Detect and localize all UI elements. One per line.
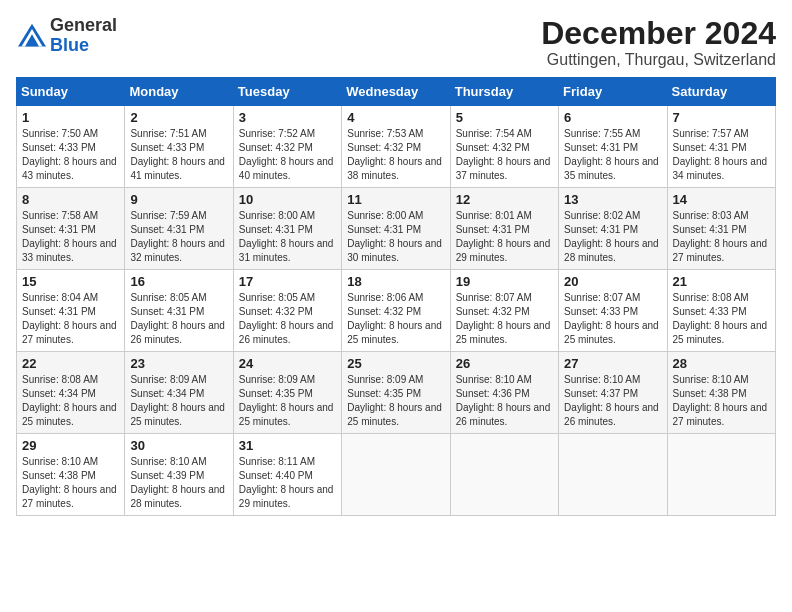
cell-info: Sunrise: 8:09 AMSunset: 4:35 PMDaylight:… <box>239 373 336 429</box>
calendar-cell: 14Sunrise: 8:03 AMSunset: 4:31 PMDayligh… <box>667 188 775 270</box>
day-number: 17 <box>239 274 336 289</box>
cell-info: Sunrise: 8:06 AMSunset: 4:32 PMDaylight:… <box>347 291 444 347</box>
calendar-cell: 7Sunrise: 7:57 AMSunset: 4:31 PMDaylight… <box>667 106 775 188</box>
cell-info: Sunrise: 8:07 AMSunset: 4:32 PMDaylight:… <box>456 291 553 347</box>
calendar-title: December 2024 <box>541 16 776 51</box>
cell-info: Sunrise: 8:09 AMSunset: 4:34 PMDaylight:… <box>130 373 227 429</box>
calendar-cell <box>342 434 450 516</box>
calendar-cell: 16Sunrise: 8:05 AMSunset: 4:31 PMDayligh… <box>125 270 233 352</box>
cell-info: Sunrise: 7:54 AMSunset: 4:32 PMDaylight:… <box>456 127 553 183</box>
calendar-cell: 30Sunrise: 8:10 AMSunset: 4:39 PMDayligh… <box>125 434 233 516</box>
calendar-cell: 1Sunrise: 7:50 AMSunset: 4:33 PMDaylight… <box>17 106 125 188</box>
calendar-cell: 29Sunrise: 8:10 AMSunset: 4:38 PMDayligh… <box>17 434 125 516</box>
calendar-cell: 5Sunrise: 7:54 AMSunset: 4:32 PMDaylight… <box>450 106 558 188</box>
day-number: 29 <box>22 438 119 453</box>
day-number: 13 <box>564 192 661 207</box>
calendar-cell: 28Sunrise: 8:10 AMSunset: 4:38 PMDayligh… <box>667 352 775 434</box>
cell-info: Sunrise: 8:02 AMSunset: 4:31 PMDaylight:… <box>564 209 661 265</box>
calendar-cell: 13Sunrise: 8:02 AMSunset: 4:31 PMDayligh… <box>559 188 667 270</box>
logo: General Blue <box>16 16 117 56</box>
cell-info: Sunrise: 8:08 AMSunset: 4:33 PMDaylight:… <box>673 291 770 347</box>
calendar-cell: 20Sunrise: 8:07 AMSunset: 4:33 PMDayligh… <box>559 270 667 352</box>
cell-info: Sunrise: 7:52 AMSunset: 4:32 PMDaylight:… <box>239 127 336 183</box>
cell-info: Sunrise: 7:57 AMSunset: 4:31 PMDaylight:… <box>673 127 770 183</box>
day-number: 30 <box>130 438 227 453</box>
cell-info: Sunrise: 7:53 AMSunset: 4:32 PMDaylight:… <box>347 127 444 183</box>
day-number: 7 <box>673 110 770 125</box>
title-block: December 2024 Guttingen, Thurgau, Switze… <box>541 16 776 69</box>
calendar-week-3: 15Sunrise: 8:04 AMSunset: 4:31 PMDayligh… <box>17 270 776 352</box>
cell-info: Sunrise: 8:05 AMSunset: 4:31 PMDaylight:… <box>130 291 227 347</box>
calendar-cell: 31Sunrise: 8:11 AMSunset: 4:40 PMDayligh… <box>233 434 341 516</box>
day-number: 26 <box>456 356 553 371</box>
calendar-cell: 27Sunrise: 8:10 AMSunset: 4:37 PMDayligh… <box>559 352 667 434</box>
day-number: 22 <box>22 356 119 371</box>
cell-info: Sunrise: 8:03 AMSunset: 4:31 PMDaylight:… <box>673 209 770 265</box>
cell-info: Sunrise: 8:11 AMSunset: 4:40 PMDaylight:… <box>239 455 336 511</box>
header-tuesday: Tuesday <box>233 78 341 106</box>
cell-info: Sunrise: 8:09 AMSunset: 4:35 PMDaylight:… <box>347 373 444 429</box>
calendar-cell: 26Sunrise: 8:10 AMSunset: 4:36 PMDayligh… <box>450 352 558 434</box>
day-number: 9 <box>130 192 227 207</box>
cell-info: Sunrise: 7:58 AMSunset: 4:31 PMDaylight:… <box>22 209 119 265</box>
day-number: 27 <box>564 356 661 371</box>
cell-info: Sunrise: 8:00 AMSunset: 4:31 PMDaylight:… <box>239 209 336 265</box>
page-header: General Blue December 2024 Guttingen, Th… <box>16 16 776 69</box>
calendar-cell: 22Sunrise: 8:08 AMSunset: 4:34 PMDayligh… <box>17 352 125 434</box>
calendar-cell: 15Sunrise: 8:04 AMSunset: 4:31 PMDayligh… <box>17 270 125 352</box>
day-number: 6 <box>564 110 661 125</box>
calendar-cell <box>667 434 775 516</box>
cell-info: Sunrise: 8:10 AMSunset: 4:38 PMDaylight:… <box>22 455 119 511</box>
logo-icon <box>16 22 48 50</box>
calendar-cell: 3Sunrise: 7:52 AMSunset: 4:32 PMDaylight… <box>233 106 341 188</box>
cell-info: Sunrise: 7:55 AMSunset: 4:31 PMDaylight:… <box>564 127 661 183</box>
calendar-cell: 6Sunrise: 7:55 AMSunset: 4:31 PMDaylight… <box>559 106 667 188</box>
cell-info: Sunrise: 8:10 AMSunset: 4:39 PMDaylight:… <box>130 455 227 511</box>
day-number: 5 <box>456 110 553 125</box>
calendar-cell: 23Sunrise: 8:09 AMSunset: 4:34 PMDayligh… <box>125 352 233 434</box>
cell-info: Sunrise: 8:05 AMSunset: 4:32 PMDaylight:… <box>239 291 336 347</box>
day-number: 14 <box>673 192 770 207</box>
header-thursday: Thursday <box>450 78 558 106</box>
calendar-week-4: 22Sunrise: 8:08 AMSunset: 4:34 PMDayligh… <box>17 352 776 434</box>
calendar-cell: 21Sunrise: 8:08 AMSunset: 4:33 PMDayligh… <box>667 270 775 352</box>
header-monday: Monday <box>125 78 233 106</box>
calendar-cell: 2Sunrise: 7:51 AMSunset: 4:33 PMDaylight… <box>125 106 233 188</box>
cell-info: Sunrise: 8:01 AMSunset: 4:31 PMDaylight:… <box>456 209 553 265</box>
logo-text: General Blue <box>50 16 117 56</box>
cell-info: Sunrise: 7:51 AMSunset: 4:33 PMDaylight:… <box>130 127 227 183</box>
cell-info: Sunrise: 8:00 AMSunset: 4:31 PMDaylight:… <box>347 209 444 265</box>
calendar-cell: 9Sunrise: 7:59 AMSunset: 4:31 PMDaylight… <box>125 188 233 270</box>
calendar-table: SundayMondayTuesdayWednesdayThursdayFrid… <box>16 77 776 516</box>
cell-info: Sunrise: 7:59 AMSunset: 4:31 PMDaylight:… <box>130 209 227 265</box>
cell-info: Sunrise: 7:50 AMSunset: 4:33 PMDaylight:… <box>22 127 119 183</box>
cell-info: Sunrise: 8:04 AMSunset: 4:31 PMDaylight:… <box>22 291 119 347</box>
calendar-week-5: 29Sunrise: 8:10 AMSunset: 4:38 PMDayligh… <box>17 434 776 516</box>
day-number: 28 <box>673 356 770 371</box>
calendar-cell: 18Sunrise: 8:06 AMSunset: 4:32 PMDayligh… <box>342 270 450 352</box>
day-number: 3 <box>239 110 336 125</box>
day-number: 2 <box>130 110 227 125</box>
calendar-cell: 25Sunrise: 8:09 AMSunset: 4:35 PMDayligh… <box>342 352 450 434</box>
calendar-cell <box>450 434 558 516</box>
calendar-cell <box>559 434 667 516</box>
day-number: 25 <box>347 356 444 371</box>
day-number: 11 <box>347 192 444 207</box>
calendar-cell: 19Sunrise: 8:07 AMSunset: 4:32 PMDayligh… <box>450 270 558 352</box>
day-number: 19 <box>456 274 553 289</box>
header-friday: Friday <box>559 78 667 106</box>
day-number: 1 <box>22 110 119 125</box>
day-number: 18 <box>347 274 444 289</box>
cell-info: Sunrise: 8:10 AMSunset: 4:38 PMDaylight:… <box>673 373 770 429</box>
cell-info: Sunrise: 8:10 AMSunset: 4:37 PMDaylight:… <box>564 373 661 429</box>
calendar-cell: 8Sunrise: 7:58 AMSunset: 4:31 PMDaylight… <box>17 188 125 270</box>
header-sunday: Sunday <box>17 78 125 106</box>
day-number: 15 <box>22 274 119 289</box>
day-number: 10 <box>239 192 336 207</box>
day-number: 8 <box>22 192 119 207</box>
calendar-cell: 10Sunrise: 8:00 AMSunset: 4:31 PMDayligh… <box>233 188 341 270</box>
calendar-cell: 12Sunrise: 8:01 AMSunset: 4:31 PMDayligh… <box>450 188 558 270</box>
cell-info: Sunrise: 8:10 AMSunset: 4:36 PMDaylight:… <box>456 373 553 429</box>
cell-info: Sunrise: 8:08 AMSunset: 4:34 PMDaylight:… <box>22 373 119 429</box>
cell-info: Sunrise: 8:07 AMSunset: 4:33 PMDaylight:… <box>564 291 661 347</box>
